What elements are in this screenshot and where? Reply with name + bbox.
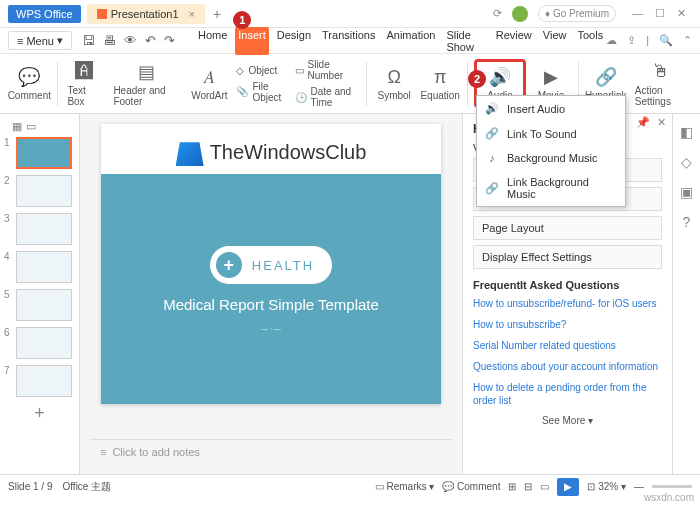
slidenumber-button[interactable]: ▭ Slide Number [293, 57, 361, 83]
faq-link[interactable]: How to unsubscribe/refund- for iOS users [473, 297, 662, 310]
music-icon: ♪ [485, 152, 499, 164]
header-footer-button[interactable]: ▤Header and Footer [109, 59, 184, 109]
sidetab-anim[interactable]: ◇ [681, 154, 692, 170]
remarks-button[interactable]: ▭ Remarks ▾ [375, 481, 435, 492]
zoom-out-icon[interactable]: — [634, 481, 644, 492]
textbox-icon: 🅰 [75, 61, 93, 83]
thumb-2[interactable]: 2 [4, 175, 75, 207]
wordart-button[interactable]: 𝐴WordArt [188, 64, 230, 103]
thumb-6[interactable]: 6 [4, 327, 75, 359]
menu-bg-music[interactable]: ♪Background Music [477, 146, 625, 170]
pin-icon[interactable]: 📌 [636, 116, 650, 129]
add-slide-button[interactable]: + [4, 403, 75, 424]
fileobject-button[interactable]: 📎 File Object [234, 79, 288, 105]
view-reading-icon[interactable]: ▭ [540, 481, 549, 492]
thumb-4[interactable]: 4 [4, 251, 75, 283]
undo-icon[interactable]: ↶ [145, 33, 156, 48]
thumb-7[interactable]: 7 [4, 365, 75, 397]
callout-2: 2 [468, 70, 486, 88]
tab-home[interactable]: Home [195, 27, 230, 55]
object-button[interactable]: ◇ Object [234, 63, 288, 78]
sidetab-help[interactable]: ? [683, 214, 691, 230]
action-button[interactable]: 🖱Action Settings [631, 59, 692, 109]
redo-icon[interactable]: ↷ [164, 33, 175, 48]
max-button[interactable]: ☐ [649, 7, 671, 19]
go-premium-button[interactable]: ♦ Go Premium [538, 5, 616, 22]
movie-icon: ▶ [544, 66, 558, 88]
new-tab-button[interactable]: + [213, 6, 221, 22]
faq-link[interactable]: How to unsubscribe? [473, 318, 662, 331]
tab-view[interactable]: View [540, 27, 570, 55]
sidetab-design[interactable]: ◧ [680, 124, 693, 140]
equation-button[interactable]: πEquation [419, 64, 461, 103]
view-normal-icon[interactable]: ⊞ [508, 481, 516, 492]
close-button[interactable]: ✕ [671, 7, 692, 19]
view-sorter-icon[interactable]: ⊟ [524, 481, 532, 492]
share-icon[interactable]: ⇪ [627, 34, 636, 47]
tab-tools[interactable]: Tools [574, 27, 606, 55]
equation-icon: π [434, 66, 446, 88]
app-badge: WPS Office [8, 5, 81, 23]
tab-transitions[interactable]: Transitions [319, 27, 378, 55]
faq-title: FrequentIt Asked Questions [473, 279, 662, 291]
close-panel-icon[interactable]: ✕ [657, 116, 666, 129]
min-button[interactable]: — [626, 7, 649, 19]
menu-link-sound[interactable]: 🔗Link To Sound [477, 121, 625, 146]
thumb-5[interactable]: 5 [4, 289, 75, 321]
see-more-link[interactable]: See More ▾ [473, 415, 662, 426]
action-icon: 🖱 [652, 61, 670, 83]
tab-slideshow[interactable]: Slide Show [443, 27, 487, 55]
print-icon[interactable]: 🖶 [103, 33, 116, 48]
slide-canvas: TheWindowsClub +HEALTH Medical Report Si… [80, 114, 462, 474]
tab-design[interactable]: Design [274, 27, 314, 55]
audio-dropdown: 🔊Insert Audio 🔗Link To Sound ♪Background… [476, 95, 626, 207]
callout-1: 1 [233, 11, 251, 29]
textbox-button[interactable]: 🅰Text Box [63, 59, 105, 109]
twc-logo [176, 138, 204, 166]
save-icon[interactable]: 🖫 [82, 33, 95, 48]
datetime-button[interactable]: 🕒 Date and Time [293, 84, 361, 110]
link-icon: 🔗 [485, 182, 499, 195]
thumb-1[interactable]: 1 [4, 137, 75, 169]
faq-link[interactable]: Questions about your account information [473, 360, 662, 373]
thumbs-tab-slides[interactable]: ▦ [12, 120, 22, 133]
audio-icon: 🔊 [489, 66, 511, 88]
menu-link-bg-music[interactable]: 🔗Link Background Music [477, 170, 625, 206]
symbol-button[interactable]: ΩSymbol [373, 64, 415, 103]
search-icon[interactable]: 🔍 [659, 34, 673, 47]
comment-button[interactable]: 💬Comment [8, 64, 51, 103]
sidetab-trans[interactable]: ▣ [680, 184, 693, 200]
wordart-icon: 𝐴 [204, 66, 215, 88]
twc-text: TheWindowsClub [210, 141, 367, 164]
slide[interactable]: TheWindowsClub +HEALTH Medical Report Si… [101, 124, 441, 404]
tab-review[interactable]: Review [493, 27, 535, 55]
audio-icon: 🔊 [485, 102, 499, 115]
menu-button[interactable]: ≡ Menu ▾ [8, 31, 72, 50]
doc-tab[interactable]: Presentation1× [87, 4, 205, 24]
link-icon: 🔗 [485, 127, 499, 140]
section-layout[interactable]: Page Layout [473, 216, 662, 240]
collapse-icon[interactable]: ⌃ [683, 34, 692, 47]
slide-title: Medical Report Simple Template [163, 296, 379, 313]
watermark: wsxdn.com [644, 492, 694, 503]
zoom-slider[interactable] [652, 485, 692, 488]
notes-area[interactable]: ≡ Click to add notes [90, 439, 452, 464]
menu-insert-audio[interactable]: 🔊Insert Audio [477, 96, 625, 121]
cloud-icon[interactable]: ☁ [606, 34, 617, 47]
sync-icon[interactable]: ⟳ [493, 7, 502, 20]
tab-insert[interactable]: 1Insert [235, 27, 269, 55]
zoom-button[interactable]: ⊡ 32% ▾ [587, 481, 626, 492]
side-tabs: ◧ ◇ ▣ ? [672, 114, 700, 474]
faq-link[interactable]: How to delete a pending order from the o… [473, 381, 662, 407]
symbol-icon: Ω [387, 66, 400, 88]
avatar[interactable] [512, 6, 528, 22]
faq-link[interactable]: Serial Number related questions [473, 339, 662, 352]
comment-button[interactable]: 💬 Comment [442, 481, 500, 492]
preview-icon[interactable]: 👁 [124, 33, 137, 48]
thumb-3[interactable]: 3 [4, 213, 75, 245]
section-effects[interactable]: Display Effect Settings [473, 245, 662, 269]
tab-animation[interactable]: Animation [383, 27, 438, 55]
health-pill: +HEALTH [210, 246, 332, 284]
play-button[interactable]: ▶ [557, 478, 579, 496]
thumbs-tab-outline[interactable]: ▭ [26, 120, 36, 133]
